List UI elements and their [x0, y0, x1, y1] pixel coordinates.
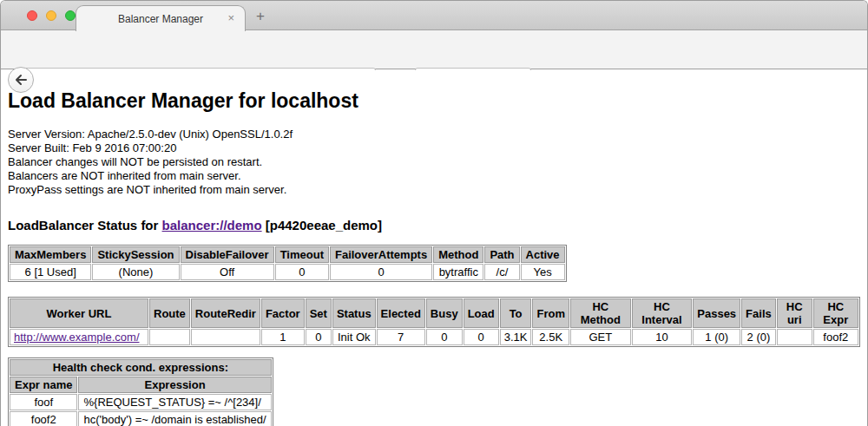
col-expression: Expression	[78, 377, 271, 393]
col-from: From	[532, 298, 569, 328]
cell-hc-uri	[777, 329, 812, 345]
cell-elected: 7	[377, 329, 425, 345]
navigation-toolbar: localhost:8880/balancer-manager ↻	[1, 30, 867, 69]
col-timeout: Timeout	[275, 246, 329, 263]
worker-url-link[interactable]: http://www.example.com/	[14, 331, 140, 344]
table-row: foof %{REQUEST_STATUS} =~ /^[234]/	[10, 394, 272, 410]
col-elected: Elected	[377, 298, 425, 328]
col-passes: Passes	[693, 298, 740, 328]
cell-routeredir	[191, 329, 260, 345]
cell-load: 0	[464, 329, 499, 345]
col-stickysession: StickySession	[92, 246, 179, 263]
col-hc-uri: HC uri	[777, 298, 812, 328]
server-built-line: Server Built: Feb 9 2016 07:00:20	[8, 141, 860, 155]
cell-expression: hc('body') =~ /domain is established/	[78, 411, 271, 426]
cell-fails: 2 (0)	[741, 329, 776, 345]
tab-bar: Balancer Manager × +	[1, 1, 867, 30]
inherit-notice-line: Balancers are NOT inherited from main se…	[8, 169, 860, 183]
window-close-button[interactable]	[27, 10, 37, 21]
tab-close-icon[interactable]: ×	[227, 11, 234, 24]
health-check-title: Health check cond. expressions:	[10, 359, 272, 376]
col-hc-method: HC Method	[570, 298, 631, 328]
col-set: Set	[306, 298, 332, 328]
cell-active: Yes	[521, 264, 565, 280]
cell-factor: 1	[261, 329, 305, 345]
col-failoverattempts: FailoverAttempts	[330, 246, 432, 263]
col-hc-interval: HC Interval	[632, 298, 693, 328]
cell-disablefailover: Off	[181, 264, 274, 280]
health-check-table: Health check cond. expressions: Expr nam…	[8, 357, 273, 426]
col-to: To	[500, 298, 532, 328]
tab-title: Balancer Manager	[118, 13, 203, 25]
table-header-row: Expr name Expression	[10, 377, 272, 393]
col-maxmembers: MaxMembers	[10, 246, 91, 263]
status-heading-prefix: LoadBalancer Status for	[8, 218, 162, 233]
cell-worker-url: http://www.example.com/	[10, 329, 148, 345]
cell-from: 2.5K	[532, 329, 569, 345]
window-controls	[27, 10, 76, 21]
cell-path: /c/	[484, 264, 519, 280]
server-info: Server Version: Apache/2.5.0-dev (Unix) …	[8, 128, 860, 197]
window-minimize-button[interactable]	[46, 10, 56, 21]
cell-stickysession: (None)	[92, 264, 179, 280]
col-busy: Busy	[426, 298, 463, 328]
back-arrow-icon	[13, 72, 29, 88]
worker-table: Worker URL Route RouteRedir Factor Set S…	[8, 297, 860, 347]
table-title-row: Health check cond. expressions:	[10, 359, 272, 376]
cell-method: bytraffic	[433, 264, 483, 280]
cell-expr-name: foof	[10, 394, 77, 410]
table-row: foof2 hc('body') =~ /domain is establish…	[10, 411, 272, 426]
table-row: 6 [1 Used] (None) Off 0 0 bytraffic /c/ …	[10, 264, 565, 280]
new-tab-button[interactable]: +	[256, 8, 265, 25]
table-header-row: Worker URL Route RouteRedir Factor Set S…	[10, 298, 858, 328]
cell-hc-expr: foof2	[813, 329, 858, 345]
col-expr-name: Expr name	[10, 377, 77, 393]
col-hc-expr: HC Expr	[813, 298, 858, 328]
page-content: Load Balancer Manager for localhost Serv…	[1, 70, 867, 426]
cell-timeout: 0	[275, 264, 329, 280]
balancer-demo-link[interactable]: balancer://demo	[162, 218, 262, 233]
cell-status: Init Ok	[332, 329, 376, 345]
col-routeredir: RouteRedir	[191, 298, 260, 328]
col-active: Active	[521, 246, 565, 263]
status-heading-suffix: [p4420eeae_demo]	[262, 218, 382, 233]
col-worker-url: Worker URL	[10, 298, 148, 328]
back-button[interactable]	[8, 67, 34, 93]
col-disablefailover: DisableFailover	[181, 246, 274, 263]
cell-busy: 0	[426, 329, 463, 345]
col-method: Method	[433, 246, 483, 263]
page-title: Load Balancer Manager for localhost	[8, 89, 860, 113]
col-fails: Fails	[741, 298, 776, 328]
col-route: Route	[149, 298, 190, 328]
tab-balancer-manager[interactable]: Balancer Manager ×	[76, 5, 246, 31]
persist-notice-line: Balancer changes will NOT be persisted o…	[8, 155, 860, 169]
col-load: Load	[464, 298, 499, 328]
loadbalancer-status-heading: LoadBalancer Status for balancer://demo …	[8, 218, 860, 233]
col-factor: Factor	[261, 298, 305, 328]
table-row: http://www.example.com/ 1 0 Init Ok 7 0 …	[10, 329, 858, 345]
cell-hc-interval: 10	[632, 329, 693, 345]
cell-expr-name: foof2	[10, 411, 77, 426]
table-header-row: MaxMembers StickySession DisableFailover…	[10, 246, 565, 263]
cell-maxmembers: 6 [1 Used]	[10, 264, 91, 280]
cell-passes: 1 (0)	[693, 329, 740, 345]
window-zoom-button[interactable]	[65, 10, 76, 21]
col-status: Status	[332, 298, 376, 328]
cell-set: 0	[306, 329, 332, 345]
cell-expression: %{REQUEST_STATUS} =~ /^[234]/	[78, 394, 271, 410]
cell-route	[149, 329, 190, 345]
cell-hc-method: GET	[570, 329, 631, 345]
proxypass-notice-line: ProxyPass settings are NOT inherited fro…	[8, 183, 860, 197]
browser-window: Balancer Manager × + localhost:8880/bala…	[0, 0, 868, 426]
server-version-line: Server Version: Apache/2.5.0-dev (Unix) …	[8, 128, 860, 141]
balancer-summary-table: MaxMembers StickySession DisableFailover…	[8, 245, 567, 282]
cell-to: 3.1K	[500, 329, 532, 345]
cell-failoverattempts: 0	[330, 264, 432, 280]
col-path: Path	[484, 246, 519, 263]
